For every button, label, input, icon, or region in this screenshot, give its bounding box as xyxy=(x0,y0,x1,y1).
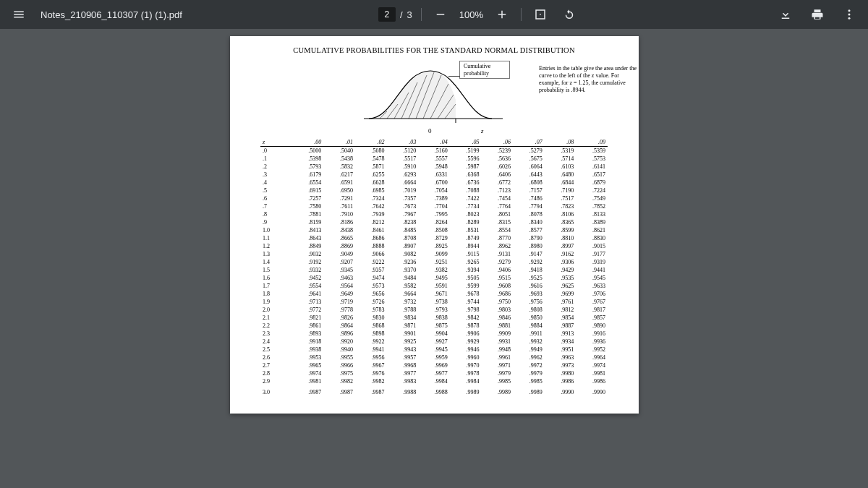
z-table-cell: .9793 xyxy=(418,306,450,314)
z-table-cell: .9633 xyxy=(576,282,608,290)
z-table-cell: .8810 xyxy=(545,234,576,242)
z-table-cell: .7642 xyxy=(355,202,387,210)
z-table-row: .9.8159.8186.8212.8238.8264.8289.8315.83… xyxy=(260,218,608,226)
z-table-row: 3.0.9987.9987.9987.9988.9988.9989.9989.9… xyxy=(260,385,608,396)
z-table-cell: .5080 xyxy=(355,147,387,155)
z-table-cell: .9591 xyxy=(418,282,450,290)
z-table-cell: .7580 xyxy=(292,202,324,210)
z-table-row: .5.6915.6950.6985.7019.7054.7088.7123.71… xyxy=(260,187,608,194)
z-table-cell: .7 xyxy=(260,202,292,210)
z-table-cell: .5987 xyxy=(450,163,482,171)
z-table-cell: .9761 xyxy=(545,298,576,306)
z-table-cell: .9906 xyxy=(450,330,482,338)
z-table-cell: .7673 xyxy=(387,202,419,210)
z-table-cell: .9778 xyxy=(323,306,355,314)
z-table-cell: .7939 xyxy=(355,210,387,218)
z-table-cell: .8 xyxy=(260,210,292,218)
z-table-cell: .7881 xyxy=(292,210,324,218)
z-table-cell: .9394 xyxy=(450,266,482,274)
z-table-cell: 2.1 xyxy=(260,314,292,322)
z-table-cell: .8980 xyxy=(513,242,545,250)
z-table-cell: .5714 xyxy=(545,155,576,163)
svg-point-3 xyxy=(848,17,851,20)
z-table-cell: .6331 xyxy=(418,171,450,179)
z-table-cell: .9871 xyxy=(387,322,419,330)
z-table-cell: .5478 xyxy=(355,155,387,163)
download-button[interactable] xyxy=(775,4,796,25)
z-table-cell: .9875 xyxy=(418,322,450,330)
z-table-row: 1.3.9032.9049.9066.9082.9099.9115.9131.9… xyxy=(260,250,608,258)
z-table-cell: .9940 xyxy=(323,346,355,354)
z-table-cell: .8238 xyxy=(387,218,419,226)
zoom-level[interactable]: 100% xyxy=(459,9,483,20)
annotation-cumprob: Cumulative probability xyxy=(459,61,510,79)
z-table-cell: .9463 xyxy=(323,274,355,282)
rotate-icon xyxy=(563,8,576,21)
z-table-cell: .6591 xyxy=(323,179,355,187)
z-table-cell: .6950 xyxy=(323,187,355,194)
z-table-cell: .0 xyxy=(260,147,292,155)
z-table-cell: 2.7 xyxy=(260,361,292,369)
z-table-cell: .9901 xyxy=(387,330,419,338)
z-table-cell: .8461 xyxy=(355,226,387,234)
z-table-cell: .8554 xyxy=(481,226,513,234)
z-table-cell: .5359 xyxy=(576,147,608,155)
z-table-cell: .9982 xyxy=(355,377,387,385)
z-table-cell: .9984 xyxy=(418,377,450,385)
z-table-cell: .9834 xyxy=(387,314,419,322)
document-viewport[interactable]: CUMULATIVE PROBABILITIES FOR THE STANDAR… xyxy=(0,29,868,488)
z-table-cell: .7734 xyxy=(450,202,482,210)
z-table-cell: .9986 xyxy=(545,377,576,385)
z-table-cell: .9987 xyxy=(292,385,324,396)
z-table-row: 1.4.9192.9207.9222.9236.9251.9265.9279.9… xyxy=(260,258,608,266)
z-table-row: 2.1.9821.9826.9830.9834.9838.9842.9846.9… xyxy=(260,314,608,322)
z-table-cell: .9 xyxy=(260,218,292,226)
z-table-cell: .9861 xyxy=(292,322,324,330)
z-table-cell: .5239 xyxy=(481,147,513,155)
pdf-toolbar: Notes_210906_110307 (1) (1).pdf 2 / 3 10… xyxy=(0,0,868,29)
z-table-cell: .7224 xyxy=(576,187,608,194)
z-table-row: .4.6554.6591.6628.6664.6700.6736.6772.68… xyxy=(260,179,608,187)
z-table-cell: .7910 xyxy=(323,210,355,218)
z-table-cell: .6879 xyxy=(576,179,608,187)
z-table-cell: .9979 xyxy=(513,369,545,377)
z-table-cell: .8186 xyxy=(323,218,355,226)
z-table-cell: .9985 xyxy=(513,377,545,385)
more-button[interactable] xyxy=(839,4,859,25)
menu-button[interactable] xyxy=(9,4,29,25)
z-table-cell: .7486 xyxy=(513,194,545,202)
z-table-header-cell: .07 xyxy=(513,138,545,147)
z-table-cell: .6915 xyxy=(292,187,324,194)
z-table-cell: 2.8 xyxy=(260,369,292,377)
z-table-cell: .9979 xyxy=(481,369,513,377)
z-table-cell: .9988 xyxy=(387,385,419,396)
z-table-cell: .5557 xyxy=(418,155,450,163)
figure-caption: Entries in the table give the area under… xyxy=(539,65,640,94)
z-table-cell: .9817 xyxy=(576,306,608,314)
fit-page-button[interactable] xyxy=(530,4,550,25)
fit-page-icon xyxy=(534,8,547,21)
z-table-cell: .7257 xyxy=(292,194,324,202)
z-table-cell: .8289 xyxy=(450,218,482,226)
z-table-cell: .9826 xyxy=(323,314,355,322)
z-table-cell: .9798 xyxy=(450,306,482,314)
z-table-row: 2.3.9893.9896.9898.9901.9904.9906.9909.9… xyxy=(260,330,608,338)
z-table-cell: .7157 xyxy=(513,187,545,194)
print-button[interactable] xyxy=(807,4,827,25)
z-table-cell: .5596 xyxy=(450,155,482,163)
page-current-input[interactable]: 2 xyxy=(378,7,396,22)
zoom-in-button[interactable] xyxy=(492,4,512,25)
z-table-cell: .9951 xyxy=(545,346,576,354)
z-table-cell: .8849 xyxy=(292,242,324,250)
z-table-header-cell: .01 xyxy=(323,138,355,147)
zoom-out-button[interactable] xyxy=(430,4,451,25)
z-table-cell: .9987 xyxy=(355,385,387,396)
z-table-cell: .7123 xyxy=(481,187,513,194)
z-table-cell: .9671 xyxy=(418,290,450,298)
rotate-button[interactable] xyxy=(559,4,579,25)
z-table-cell: 1.1 xyxy=(260,234,292,242)
z-table-cell: 3.0 xyxy=(260,385,292,396)
z-table-cell: .8051 xyxy=(481,210,513,218)
z-table-cell: .8599 xyxy=(545,226,576,234)
z-table-row: 1.8.9641.9649.9656.9664.9671.9678.9686.9… xyxy=(260,290,608,298)
